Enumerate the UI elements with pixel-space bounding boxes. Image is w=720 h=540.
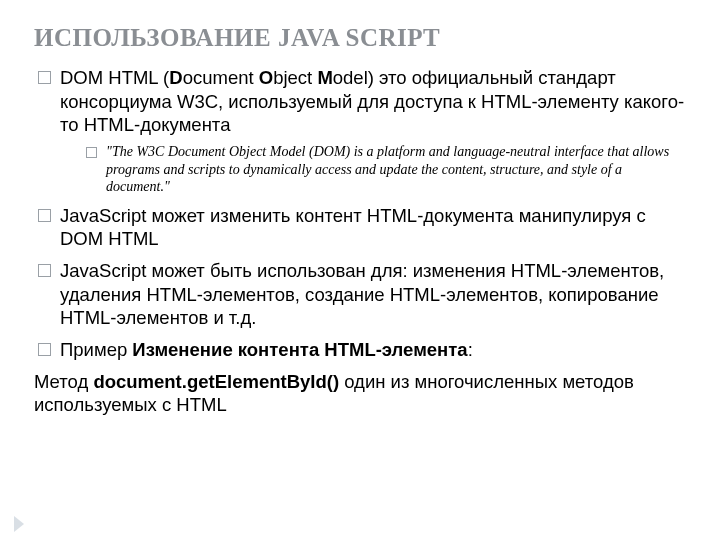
text: Пример	[60, 339, 132, 360]
bullet-item-3: JavaScript может быть использован для: и…	[38, 259, 686, 330]
bold-m: M	[317, 67, 332, 88]
bullet-item-dom: DOM HTML (Document Object Model) это офи…	[38, 66, 686, 196]
text: :	[468, 339, 473, 360]
text: Метод	[34, 371, 93, 392]
bullet-item-4: Пример Изменение контента HTML-элемента:	[38, 338, 686, 362]
bold-o: O	[259, 67, 273, 88]
sub-list: "The W3C Document Object Model (DOM) is …	[60, 143, 686, 196]
bold-d: D	[169, 67, 182, 88]
method-bold: document.getElementById()	[93, 371, 339, 392]
bullet-list: DOM HTML (Document Object Model) это офи…	[34, 66, 686, 362]
bold-example: Изменение контента HTML-элемента	[132, 339, 467, 360]
slide: ИСПОЛЬЗОВАНИЕ JAVA SCRIPT DOM HTML (Docu…	[0, 0, 720, 417]
slide-title: ИСПОЛЬЗОВАНИЕ JAVA SCRIPT	[34, 24, 686, 52]
method-line: Метод document.getElementById() один из …	[34, 370, 686, 417]
bullet-item-2: JavaScript может изменить контент HTML-д…	[38, 204, 686, 251]
text: ocument	[183, 67, 259, 88]
corner-decoration-icon	[14, 516, 24, 532]
quote-item: "The W3C Document Object Model (DOM) is …	[86, 143, 686, 196]
text: DOM HTML (	[60, 67, 169, 88]
text: bject	[273, 67, 317, 88]
